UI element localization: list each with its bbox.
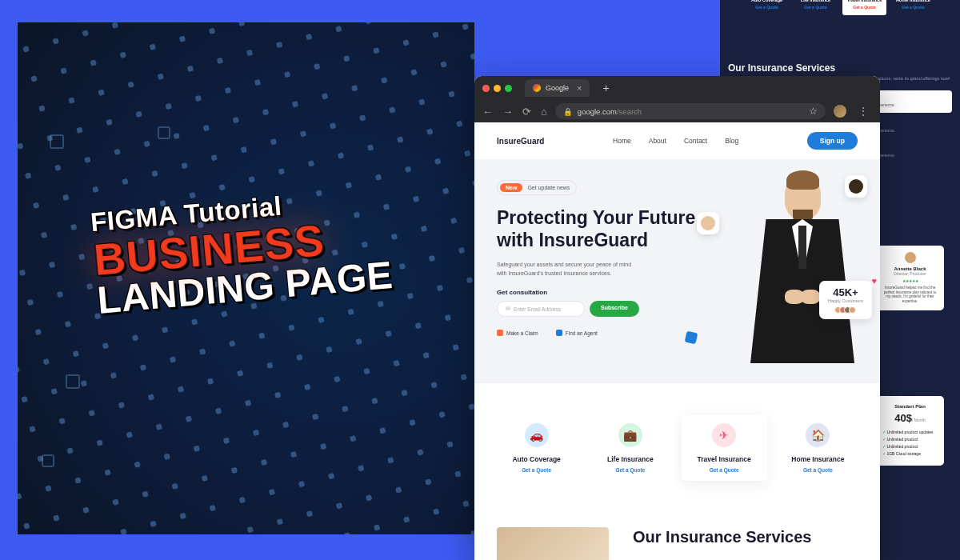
home-button[interactable]: ⌂	[541, 106, 547, 118]
hero-heading: Protecting Your Future with InsureGuard	[497, 206, 702, 251]
back-button[interactable]: ←	[482, 106, 493, 118]
stat-number: 45K+	[828, 286, 863, 298]
feature-auto[interactable]: 🚗Auto CoverageGet a Quote	[494, 415, 579, 481]
nav-link-blog[interactable]: Blog	[725, 137, 738, 145]
services-heading: Our Insurance Services	[728, 62, 952, 74]
mini-feature-card: Life InsuranceGet a Quote	[794, 0, 838, 15]
close-window-button[interactable]	[482, 85, 490, 92]
forward-button[interactable]: →	[502, 106, 513, 118]
hero-image-area: ♥ 45K+ Happy Customers	[702, 167, 858, 367]
floating-avatar	[697, 212, 719, 234]
avatar-stack	[828, 306, 863, 314]
plan-features: Unlimited product updates Unlimited prod…	[882, 429, 938, 458]
pill-text: Get update news	[527, 185, 570, 190]
plan-name: Standart Plan	[882, 404, 938, 409]
services-image	[497, 527, 609, 560]
testimonial-card: Annette Black Director, Producer ★★★★★ I…	[876, 246, 944, 310]
browser-chrome: Google × + ← → ⟳ ⌂ 🔒 google.com/search ☆…	[474, 76, 880, 122]
testimonial-role: Director, Producer	[882, 271, 938, 276]
deco-square	[158, 126, 170, 139]
minimize-window-button[interactable]	[494, 85, 501, 92]
consultation-label: Get consultation	[497, 289, 702, 296]
feature-life[interactable]: 💼Life InsuranceGet a Quote	[587, 415, 673, 481]
stat-label: Happy Customers	[828, 298, 863, 303]
profile-avatar[interactable]	[834, 105, 846, 118]
find-agent-link[interactable]: Find an Agent	[556, 330, 598, 336]
lock-icon: 🔒	[563, 107, 573, 116]
claim-icon	[497, 330, 503, 336]
site-logo[interactable]: InsureGuard	[497, 137, 544, 146]
nav-link-contact[interactable]: Contact	[684, 137, 707, 145]
signup-button[interactable]: Sign up	[807, 132, 858, 150]
testimonial-text: InsureGuard helped me find the perfect i…	[882, 286, 938, 304]
maximize-window-button[interactable]	[505, 85, 512, 92]
thumbnail-background: FIGMA Tutorial BUSINESS LANDING PAGE	[18, 22, 474, 534]
tab-title: Google	[546, 84, 569, 92]
plane-icon: ✈	[712, 423, 736, 447]
services-section: Our Insurance Services	[474, 503, 880, 560]
url-host: google.com	[578, 107, 617, 116]
pricing-card: Standart Plan 40$/ Month Unlimited produ…	[876, 396, 944, 466]
star-rating: ★★★★★	[882, 278, 938, 283]
browser-window: Google × + ← → ⟳ ⌂ 🔒 google.com/search ☆…	[474, 76, 880, 560]
new-tab-button[interactable]: +	[596, 79, 615, 97]
hero-person-image	[742, 175, 862, 367]
close-tab-button[interactable]: ×	[577, 83, 582, 93]
mini-feature-card-selected: Travel InsuranceGet a Quote	[842, 0, 886, 15]
plan-price: 40$	[894, 412, 912, 424]
quote-link[interactable]: Get a Quote	[778, 467, 858, 473]
traffic-lights	[482, 85, 512, 92]
nav-link-home[interactable]: Home	[613, 137, 631, 145]
heart-icon: ♥	[871, 276, 877, 286]
mini-feature-card: Home InsuranceGet a Quote	[891, 0, 935, 15]
deco-square	[685, 331, 698, 345]
hero-subtext: Safeguard your assets and secure your pe…	[497, 261, 633, 278]
car-icon: 🚗	[525, 423, 549, 447]
reload-button[interactable]: ⟳	[522, 106, 531, 118]
services-heading: Our Insurance Services	[633, 527, 811, 547]
webpage-content: InsureGuard Home About Contact Blog Sign…	[474, 122, 880, 560]
hero-section: New Get update news Protecting Your Futu…	[474, 159, 880, 383]
nav-links: Home About Contact Blog	[613, 137, 738, 145]
house-icon: 🏠	[806, 423, 830, 447]
email-placeholder: Enter Email Address	[514, 306, 561, 312]
stats-card: ♥ 45K+ Happy Customers	[819, 281, 872, 319]
mail-icon: ✉	[506, 306, 510, 312]
feature-home[interactable]: 🏠Home InsuranceGet a Quote	[775, 415, 861, 481]
bookmark-button[interactable]: ☆	[809, 106, 818, 117]
agent-icon	[556, 330, 562, 336]
quote-link[interactable]: Get a Quote	[685, 467, 764, 473]
address-bar[interactable]: 🔒 google.com/search ☆	[555, 103, 826, 119]
briefcase-icon: 💼	[618, 423, 642, 447]
deco-square	[66, 374, 80, 389]
deco-square	[42, 454, 54, 467]
url-path: /search	[617, 107, 642, 116]
site-navbar: InsureGuard Home About Contact Blog Sign…	[474, 122, 880, 159]
subscribe-button[interactable]: Subscribe	[590, 301, 639, 317]
deco-square	[50, 134, 64, 149]
avatar	[905, 252, 916, 263]
favicon-icon	[533, 84, 541, 92]
mini-feature-card: Auto CoverageGet a Quote	[745, 0, 789, 15]
features-row: 🚗Auto CoverageGet a Quote 💼Life Insuranc…	[474, 383, 880, 503]
feature-travel[interactable]: ✈Travel InsuranceGet a Quote	[682, 415, 767, 481]
email-input[interactable]: ✉Enter Email Address	[497, 301, 585, 317]
quote-link[interactable]: Get a Quote	[497, 467, 576, 473]
news-pill[interactable]: New Get update news	[497, 180, 577, 195]
nav-link-about[interactable]: About	[649, 137, 666, 145]
make-claim-link[interactable]: Make a Claim	[497, 330, 538, 336]
browser-tab[interactable]: Google ×	[525, 79, 590, 97]
new-badge: New	[500, 183, 522, 192]
plan-period: / Month	[912, 418, 926, 422]
quote-link[interactable]: Get a Quote	[590, 467, 670, 473]
browser-menu-button[interactable]: ⋮	[854, 105, 872, 118]
